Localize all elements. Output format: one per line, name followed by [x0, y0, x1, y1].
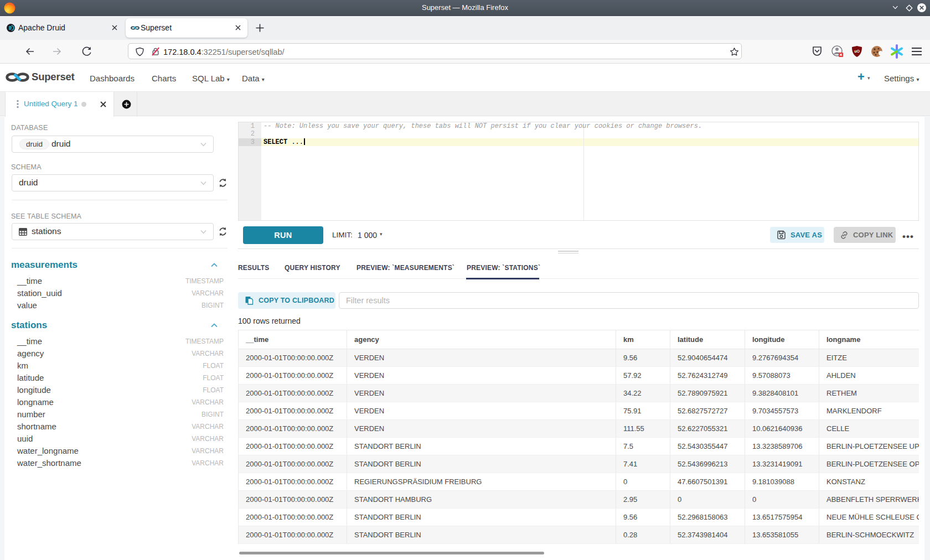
svg-text:uO: uO [854, 49, 860, 53]
